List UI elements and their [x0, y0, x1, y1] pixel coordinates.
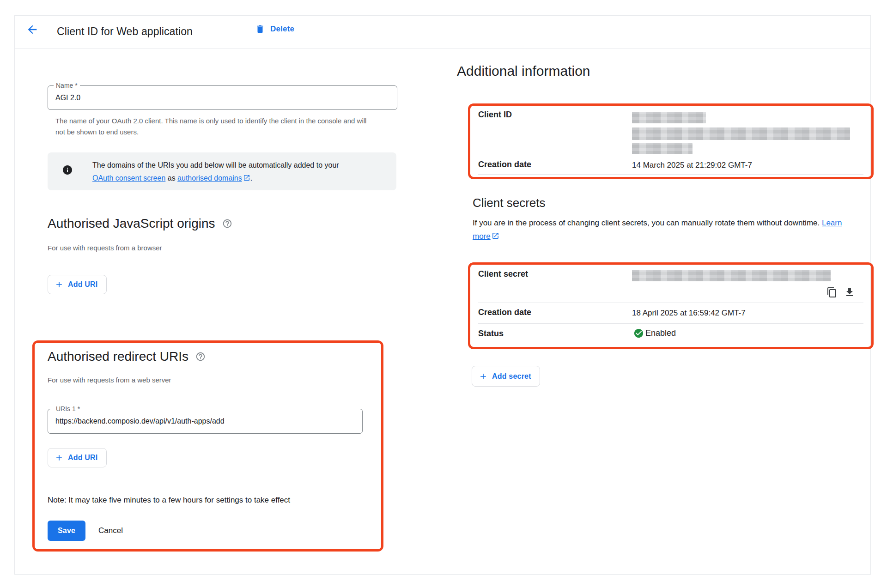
name-input[interactable]	[55, 86, 391, 109]
oauth-client-page: Client ID for Web application Delete Nam…	[0, 0, 887, 588]
external-link-icon	[243, 173, 250, 186]
delete-button-label: Delete	[270, 24, 294, 34]
client-id-card-divider	[478, 174, 863, 175]
help-icon[interactable]	[222, 218, 232, 229]
header-divider	[14, 48, 871, 49]
additional-information-title: Additional information	[457, 63, 590, 79]
copy-icon[interactable]	[825, 285, 839, 299]
secret-creation-date-value: 18 April 2025 at 16:59:42 GMT-7	[632, 309, 746, 318]
uris-1-field: URIs 1 *	[48, 409, 363, 434]
page-title: Client ID for Web application	[57, 25, 193, 38]
cancel-button[interactable]: Cancel	[98, 521, 123, 541]
add-redirect-uri-button[interactable]: Add URI	[48, 448, 107, 467]
client-id-redacted-line-3	[632, 143, 693, 154]
external-link-icon	[492, 230, 499, 244]
client-secret-card-divider	[478, 323, 863, 324]
name-field: Name *	[48, 85, 397, 110]
info-note-middle: as	[165, 174, 177, 182]
client-secrets-title: Client secrets	[473, 196, 546, 210]
client-id-card-divider	[478, 154, 863, 154]
info-note-after: .	[250, 174, 252, 182]
name-helper-text: The name of your OAuth 2.0 client. This …	[55, 115, 370, 138]
oauth-consent-screen-link[interactable]: OAuth consent screen	[92, 174, 165, 182]
client-secret-redacted-line	[632, 270, 831, 281]
status-label: Status	[478, 329, 504, 339]
redirect-uris-title: Authorised redirect URIs	[48, 349, 188, 364]
status-badge: Enabled	[632, 328, 676, 339]
save-button[interactable]: Save	[48, 521, 85, 541]
info-note-before: The domains of the URIs you add below wi…	[92, 161, 339, 169]
add-js-origin-uri-button[interactable]: Add URI	[48, 275, 107, 294]
status-value: Enabled	[645, 328, 676, 338]
plus-icon	[55, 453, 64, 462]
plus-icon	[479, 372, 488, 381]
info-note-text: The domains of the URIs you add below wi…	[92, 159, 344, 186]
client-secrets-description: If you are in the process of changing cl…	[473, 216, 854, 244]
back-arrow-icon	[26, 23, 39, 38]
redirect-uris-subtitle: For use with requests from a web server	[48, 376, 171, 384]
add-secret-button[interactable]: Add secret	[472, 366, 540, 387]
js-origins-subtitle: For use with requests from a browser	[48, 244, 162, 252]
back-button[interactable]	[23, 21, 42, 40]
add-uri-button-label: Add URI	[68, 454, 98, 462]
client-secret-card-divider	[478, 303, 863, 303]
client-id-redacted-line-2	[632, 127, 850, 140]
add-secret-button-label: Add secret	[492, 372, 531, 381]
download-icon[interactable]	[843, 285, 857, 299]
trash-icon	[255, 24, 265, 34]
js-origins-title: Authorised JavaScript origins	[48, 216, 215, 231]
creation-date-label: Creation date	[478, 160, 531, 170]
client-secret-label: Client secret	[478, 269, 528, 279]
help-icon[interactable]	[195, 352, 206, 362]
settings-note: Note: It may take five minutes to a few …	[48, 496, 290, 505]
plus-icon	[55, 280, 64, 289]
check-circle-icon	[633, 328, 644, 339]
info-icon	[62, 164, 73, 177]
redirect-uris-heading: Authorised redirect URIs	[48, 349, 206, 364]
secret-creation-date-label: Creation date	[478, 308, 531, 317]
client-id-redacted-line-1	[632, 112, 706, 123]
js-origins-heading: Authorised JavaScript origins	[48, 216, 232, 231]
creation-date-value: 14 March 2025 at 21:29:02 GMT-7	[632, 161, 752, 170]
add-uri-button-label: Add URI	[68, 280, 98, 289]
client-id-label: Client ID	[478, 110, 512, 120]
delete-button[interactable]: Delete	[255, 24, 294, 34]
authorised-domains-link[interactable]: authorised domains	[177, 174, 242, 182]
uris-1-input[interactable]	[55, 409, 357, 433]
client-secrets-description-text: If you are in the process of changing cl…	[473, 218, 822, 227]
